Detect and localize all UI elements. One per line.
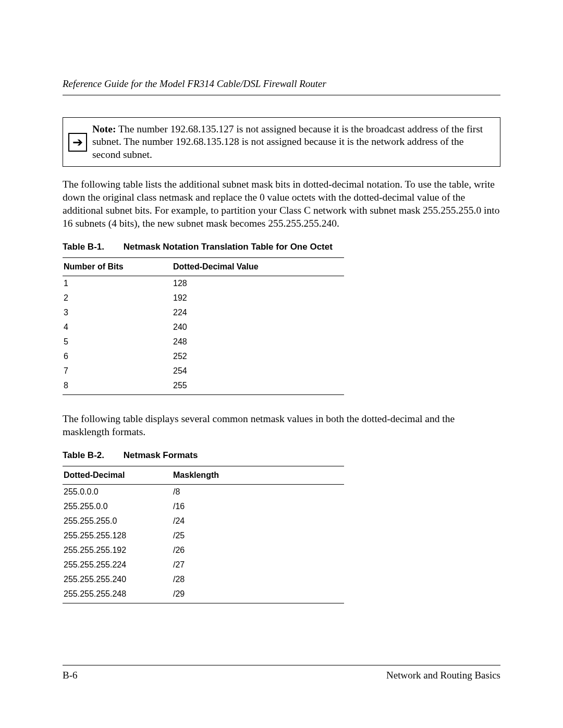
table2-caption-number: Table B-2. — [63, 450, 121, 461]
table1-header-value: Dotted-Decimal Value — [172, 257, 344, 276]
note-label: Note: — [92, 124, 116, 134]
cell-dotted: 255.255.255.240 — [63, 572, 172, 587]
table2-body: 255.0.0.0/8 255.255.0.0/16 255.255.255.0… — [63, 484, 344, 603]
cell-value: 254 — [172, 364, 344, 378]
section-title: Network and Routing Basics — [386, 670, 500, 681]
cell-bits: 1 — [63, 276, 172, 291]
cell-value: 192 — [172, 291, 344, 305]
table-row: 1128 — [63, 276, 344, 291]
table-row: 255.255.0.0/16 — [63, 499, 344, 514]
table2-header-masklength: Masklength — [172, 466, 344, 484]
cell-dotted: 255.255.255.224 — [63, 558, 172, 572]
table1-header-bits: Number of Bits — [63, 257, 172, 276]
arrow-right-icon: ➔ — [68, 133, 87, 152]
table-row: 4240 — [63, 320, 344, 335]
table2-caption: Table B-2. Netmask Formats — [63, 450, 500, 461]
cell-value: 252 — [172, 349, 344, 364]
cell-dotted: 255.255.255.128 — [63, 528, 172, 543]
table-row: 255.255.255.224/27 — [63, 558, 344, 572]
table-row: 255.255.255.248/29 — [63, 587, 344, 603]
document-page: Reference Guide for the Model FR314 Cabl… — [0, 0, 563, 728]
paragraph-intro-table2: The following table displays several com… — [63, 413, 500, 439]
table1-body: 1128 2192 3224 4240 5248 6252 7254 8255 — [63, 276, 344, 394]
cell-mask: /28 — [172, 572, 344, 587]
cell-mask: /24 — [172, 514, 344, 528]
table-row: 7254 — [63, 364, 344, 378]
note-text: Note: The number 192.68.135.127 is not a… — [92, 121, 497, 163]
table2-header-dotted: Dotted-Decimal — [63, 466, 172, 484]
cell-bits: 5 — [63, 335, 172, 349]
cell-mask: /26 — [172, 543, 344, 558]
table1-caption: Table B-1. Netmask Notation Translation … — [63, 242, 500, 252]
table-row: 6252 — [63, 349, 344, 364]
table-row: 255.255.255.240/28 — [63, 572, 344, 587]
page-number: B-6 — [63, 670, 78, 681]
cell-dotted: 255.255.255.0 — [63, 514, 172, 528]
page-footer: B-6 Network and Routing Basics — [63, 665, 500, 681]
table-row: 2192 — [63, 291, 344, 305]
table-row: 255.255.255.128/25 — [63, 528, 344, 543]
cell-dotted: 255.255.255.192 — [63, 543, 172, 558]
cell-bits: 3 — [63, 305, 172, 320]
table-row: 255.255.255.192/26 — [63, 543, 344, 558]
table-row: 5248 — [63, 335, 344, 349]
cell-value: 224 — [172, 305, 344, 320]
note-body: The number 192.68.135.127 is not assigne… — [92, 124, 483, 160]
cell-dotted: 255.0.0.0 — [63, 484, 172, 499]
cell-mask: /27 — [172, 558, 344, 572]
cell-dotted: 255.255.255.248 — [63, 587, 172, 603]
cell-dotted: 255.255.0.0 — [63, 499, 172, 514]
cell-bits: 6 — [63, 349, 172, 364]
table-row: 255.255.255.0/24 — [63, 514, 344, 528]
table1-header-row: Number of Bits Dotted-Decimal Value — [63, 257, 344, 276]
cell-value: 128 — [172, 276, 344, 291]
note-box: ➔ Note: The number 192.68.135.127 is not… — [63, 117, 500, 167]
cell-value: 255 — [172, 378, 344, 395]
paragraph-intro-table1: The following table lists the additional… — [63, 178, 500, 230]
table1-caption-number: Table B-1. — [63, 242, 121, 252]
running-header: Reference Guide for the Model FR314 Cabl… — [63, 78, 500, 95]
cell-mask: /25 — [172, 528, 344, 543]
table-row: 3224 — [63, 305, 344, 320]
cell-value: 248 — [172, 335, 344, 349]
cell-bits: 7 — [63, 364, 172, 378]
note-icon-wrap: ➔ — [66, 121, 92, 163]
table2-header-row: Dotted-Decimal Masklength — [63, 466, 344, 484]
table1-caption-title: Netmask Notation Translation Table for O… — [124, 242, 333, 252]
table-row: 255.0.0.0/8 — [63, 484, 344, 499]
cell-mask: /8 — [172, 484, 344, 499]
cell-mask: /29 — [172, 587, 344, 603]
table-row: 8255 — [63, 378, 344, 395]
cell-bits: 4 — [63, 320, 172, 335]
cell-mask: /16 — [172, 499, 344, 514]
table-netmask-notation: Number of Bits Dotted-Decimal Value 1128… — [63, 257, 344, 395]
cell-bits: 8 — [63, 378, 172, 395]
table2-caption-title: Netmask Formats — [124, 450, 198, 460]
table-netmask-formats: Dotted-Decimal Masklength 255.0.0.0/8 25… — [63, 466, 344, 603]
cell-value: 240 — [172, 320, 344, 335]
cell-bits: 2 — [63, 291, 172, 305]
